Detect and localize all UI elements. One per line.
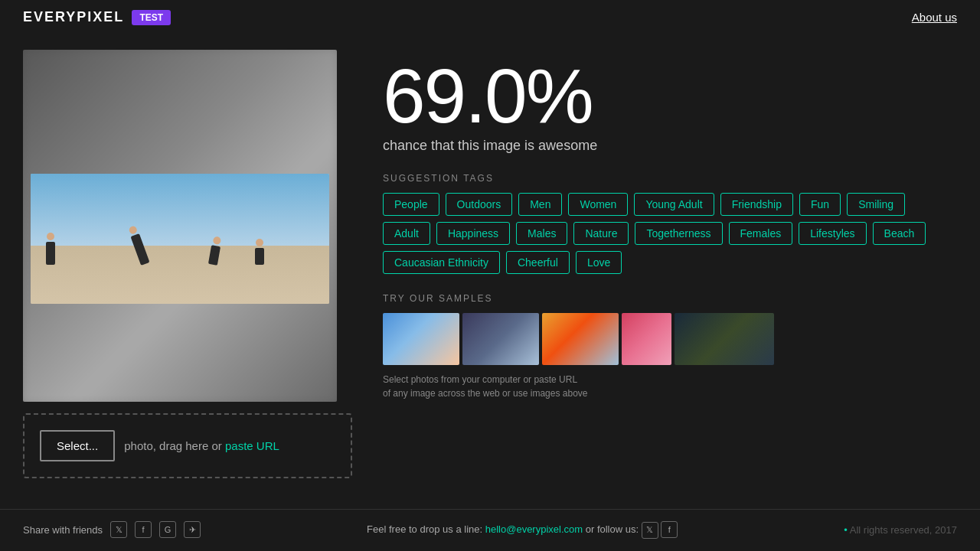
samples-row: [383, 313, 957, 365]
right-panel: 69.0% chance that this image is awesome …: [383, 50, 957, 478]
upload-text: photo, drag here or paste URL: [124, 439, 279, 452]
sample-thumb-4[interactable]: [622, 313, 671, 365]
tag-item[interactable]: Outdoors: [446, 193, 513, 216]
upload-box: Select... photo, drag here or paste URL: [23, 413, 352, 478]
tag-item[interactable]: Lifestyles: [799, 222, 866, 245]
tag-item[interactable]: Togetherness: [635, 222, 722, 245]
google-icon[interactable]: G: [159, 521, 176, 538]
tag-item[interactable]: Love: [576, 251, 622, 274]
footer: Share with friends 𝕏 f G ✈ Feel free to …: [0, 509, 980, 550]
tag-item[interactable]: Smiling: [847, 193, 905, 216]
tag-item[interactable]: Cheerful: [506, 251, 570, 274]
tag-item[interactable]: Females: [729, 222, 793, 245]
percentage-display: 69.0%: [383, 57, 957, 134]
left-panel: Select... photo, drag here or paste URL: [23, 50, 352, 478]
footer-center: Feel free to drop us a line: hello@every…: [367, 521, 678, 539]
tag-item[interactable]: Fun: [799, 193, 841, 216]
tags-label: SUGGESTION TAGS: [383, 173, 957, 184]
awesome-text: chance that this image is awesome: [383, 138, 957, 154]
facebook-follow-icon[interactable]: f: [661, 521, 678, 538]
samples-hint: Select photos from your computer or past…: [383, 373, 597, 400]
tag-item[interactable]: Women: [568, 193, 628, 216]
share-label: Share with friends: [23, 524, 103, 536]
twitter-follow-icon[interactable]: 𝕏: [642, 522, 658, 539]
email-link[interactable]: hello@everypixel.com: [485, 523, 583, 535]
about-link[interactable]: About us: [912, 11, 957, 24]
sample-thumb-5[interactable]: [675, 313, 774, 365]
image-preview: [23, 50, 337, 402]
tag-item[interactable]: Adult: [383, 222, 430, 245]
tag-item[interactable]: Friendship: [720, 193, 793, 216]
tag-item[interactable]: Men: [518, 193, 562, 216]
paste-url-link[interactable]: paste URL: [225, 439, 279, 452]
select-button[interactable]: Select...: [40, 430, 115, 461]
sample-thumb-3[interactable]: [542, 313, 619, 365]
tag-item[interactable]: Caucasian Ethnicity: [383, 251, 500, 274]
copyright: • All rights reserved, 2017: [844, 524, 957, 536]
sample-thumb-1[interactable]: [383, 313, 459, 365]
tag-item[interactable]: Males: [516, 222, 567, 245]
tag-item[interactable]: Beach: [873, 222, 926, 245]
telegram-icon[interactable]: ✈: [184, 521, 201, 538]
twitter-icon[interactable]: 𝕏: [110, 521, 127, 538]
samples-section: TRY OUR SAMPLES Select photos from your …: [383, 293, 957, 400]
main-content: Select... photo, drag here or paste URL …: [0, 34, 980, 494]
logo-text: EVERYPIXEL: [23, 9, 124, 25]
main-image: [31, 174, 329, 304]
sample-thumb-2[interactable]: [462, 313, 539, 365]
footer-left: Share with friends 𝕏 f G ✈: [23, 521, 201, 538]
test-badge: TEST: [132, 10, 171, 25]
tag-item[interactable]: Young Adult: [634, 193, 714, 216]
tag-item[interactable]: People: [383, 193, 439, 216]
tags-container: PeopleOutdoorsMenWomenYoung AdultFriends…: [383, 193, 957, 274]
facebook-icon[interactable]: f: [135, 521, 152, 538]
tag-item[interactable]: Happiness: [436, 222, 510, 245]
samples-label: TRY OUR SAMPLES: [383, 293, 957, 304]
tag-item[interactable]: Nature: [573, 222, 629, 245]
logo-area: EVERYPIXEL TEST: [23, 9, 171, 25]
